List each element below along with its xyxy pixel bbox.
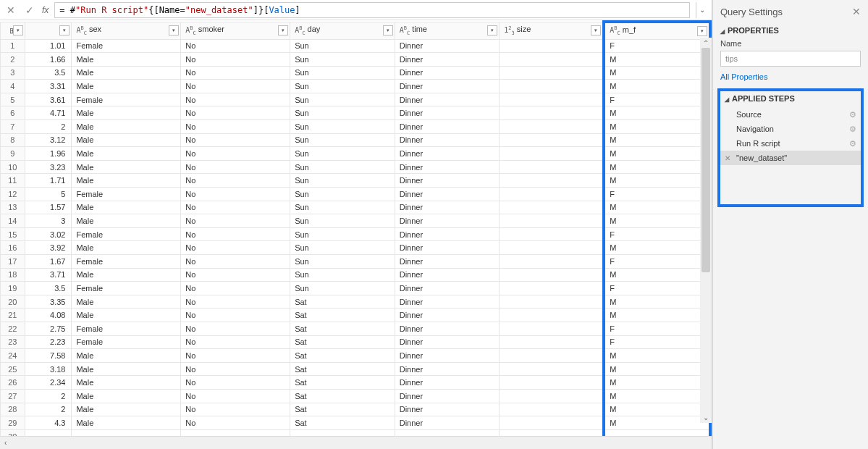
- table-row[interactable]: 72MaleNoSunDinnerM: [1, 120, 711, 134]
- cell[interactable]: Female: [72, 227, 181, 241]
- cell[interactable]: Sun: [290, 227, 395, 241]
- row-number[interactable]: 3: [1, 66, 25, 80]
- cell[interactable]: Dinner: [395, 133, 500, 147]
- cell[interactable]: Female: [72, 282, 181, 295]
- cell[interactable]: No: [181, 322, 290, 335]
- chevron-down-icon[interactable]: ▾: [13, 25, 23, 35]
- table-row[interactable]: 183.71MaleNoSunDinnerM: [1, 268, 711, 282]
- table-row[interactable]: 253.18MaleNoSatDinnerM: [1, 362, 711, 376]
- close-panel-icon[interactable]: ✕: [852, 6, 861, 17]
- table-row[interactable]: 247.58MaleNoSatDinnerM: [1, 349, 711, 363]
- cell[interactable]: No: [181, 39, 290, 53]
- cell[interactable]: Sun: [290, 147, 395, 161]
- table-row[interactable]: 294.3MaleNoSatDinnerM: [1, 416, 711, 430]
- cell[interactable]: Dinner: [395, 227, 500, 241]
- cell[interactable]: Male: [72, 147, 181, 161]
- cell[interactable]: No: [181, 80, 290, 93]
- scroll-left-icon[interactable]: ‹: [4, 439, 7, 447]
- cell[interactable]: Dinner: [395, 403, 500, 416]
- cell[interactable]: Dinner: [395, 174, 500, 188]
- cell[interactable]: Dinner: [395, 39, 500, 53]
- cell[interactable]: M: [604, 174, 710, 188]
- cell[interactable]: Male: [72, 66, 181, 80]
- row-number[interactable]: 8: [1, 133, 25, 147]
- cell[interactable]: Male: [72, 214, 181, 228]
- table-row[interactable]: 262.34MaleNoSatDinnerM: [1, 376, 711, 390]
- cell[interactable]: Female: [72, 188, 181, 201]
- cell[interactable]: Sun: [290, 133, 395, 147]
- row-number[interactable]: 28: [1, 403, 25, 416]
- cell[interactable]: M: [604, 309, 710, 322]
- cell[interactable]: [500, 106, 604, 120]
- cell[interactable]: No: [181, 53, 290, 67]
- table-row[interactable]: 43.31MaleNoSunDinnerM: [1, 80, 711, 93]
- properties-section-title[interactable]: PROPERTIES: [720, 26, 861, 35]
- cell[interactable]: M: [604, 120, 710, 134]
- cell[interactable]: Sat: [290, 322, 395, 335]
- cell[interactable]: F: [604, 255, 710, 269]
- row-number[interactable]: 18: [1, 268, 25, 282]
- cell[interactable]: 2: [25, 403, 72, 416]
- formula-expand-icon[interactable]: ⌄: [696, 2, 707, 18]
- cell[interactable]: Dinner: [395, 268, 500, 282]
- cell[interactable]: Dinner: [395, 335, 500, 349]
- cell[interactable]: No: [181, 201, 290, 214]
- row-number[interactable]: 2: [1, 53, 25, 67]
- cell[interactable]: [500, 403, 604, 416]
- table-row[interactable]: 163.92MaleNoSunDinnerM: [1, 241, 711, 255]
- column-header-smoker[interactable]: ABCsmoker▾: [181, 22, 290, 39]
- cell[interactable]: Dinner: [395, 389, 500, 403]
- table-corner[interactable]: ⊞▾: [1, 22, 25, 39]
- cell[interactable]: [500, 227, 604, 241]
- table-row[interactable]: 53.61FemaleNoSunDinnerF: [1, 93, 711, 106]
- chevron-down-icon[interactable]: ▾: [169, 25, 179, 35]
- cell[interactable]: [500, 39, 604, 53]
- commit-formula-icon[interactable]: ✓: [23, 4, 36, 17]
- cell[interactable]: Dinner: [395, 214, 500, 228]
- cell[interactable]: Sun: [290, 282, 395, 295]
- cell[interactable]: Sun: [290, 106, 395, 120]
- cell[interactable]: 4.08: [25, 309, 72, 322]
- cell[interactable]: 1.57: [25, 201, 72, 214]
- cell[interactable]: [72, 429, 181, 436]
- cell[interactable]: Male: [72, 241, 181, 255]
- cell[interactable]: No: [181, 241, 290, 255]
- cell[interactable]: Dinner: [395, 376, 500, 390]
- chevron-down-icon[interactable]: ▾: [697, 26, 707, 36]
- cell[interactable]: F: [604, 322, 710, 335]
- cell[interactable]: No: [181, 66, 290, 80]
- cell[interactable]: Female: [72, 255, 181, 269]
- cell[interactable]: 3.35: [25, 295, 72, 309]
- chevron-down-icon[interactable]: ▾: [278, 25, 288, 35]
- cell[interactable]: F: [604, 335, 710, 349]
- applied-steps-section-title[interactable]: APPLIED STEPS: [720, 94, 861, 103]
- cell[interactable]: [500, 389, 604, 403]
- row-number[interactable]: 25: [1, 362, 25, 376]
- row-number[interactable]: 12: [1, 188, 25, 201]
- cell[interactable]: 2.23: [25, 335, 72, 349]
- cell[interactable]: F: [604, 93, 710, 106]
- table-row[interactable]: 203.35MaleNoSatDinnerM: [1, 295, 711, 309]
- cell[interactable]: Dinner: [395, 362, 500, 376]
- cell[interactable]: Dinner: [395, 201, 500, 214]
- row-number[interactable]: 13: [1, 201, 25, 214]
- table-row[interactable]: 171.67FemaleNoSunDinnerF: [1, 255, 711, 269]
- cell[interactable]: 3.92: [25, 241, 72, 255]
- cell[interactable]: No: [181, 214, 290, 228]
- column-header-sex[interactable]: ABCsex▾: [72, 22, 181, 39]
- cell[interactable]: Dinner: [395, 295, 500, 309]
- cell[interactable]: Dinner: [395, 80, 500, 93]
- cell[interactable]: Dinner: [395, 66, 500, 80]
- cell[interactable]: Dinner: [395, 120, 500, 134]
- cell[interactable]: Sat: [290, 416, 395, 430]
- cell[interactable]: M: [604, 160, 710, 174]
- delete-step-icon[interactable]: ✕: [725, 154, 730, 162]
- cell[interactable]: [500, 268, 604, 282]
- cell[interactable]: Sun: [290, 39, 395, 53]
- column-header-day[interactable]: ABCday▾: [290, 22, 395, 39]
- cell[interactable]: Male: [72, 362, 181, 376]
- table-row[interactable]: 282MaleNoSatDinnerM: [1, 403, 711, 416]
- cell[interactable]: 1.01: [25, 39, 72, 53]
- cell[interactable]: Male: [72, 309, 181, 322]
- cell[interactable]: 2: [25, 389, 72, 403]
